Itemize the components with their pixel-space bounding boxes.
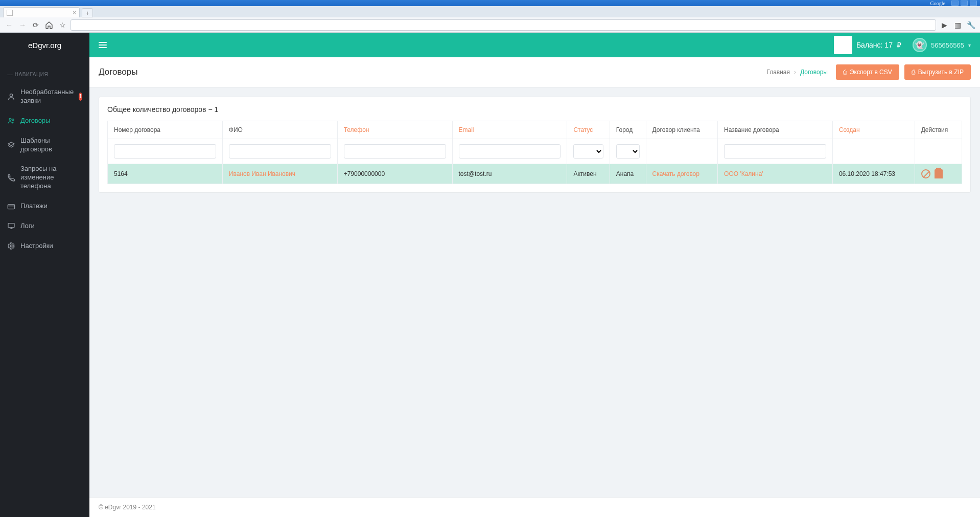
col-number[interactable]: Номер договора: [108, 121, 223, 139]
table-header-row: Номер договора ФИО Телефон Email Статус …: [108, 121, 962, 139]
svg-rect-3: [8, 205, 14, 209]
page-header: Договоры Главная › Договоры ⎙ Экспорт в …: [89, 57, 980, 87]
col-actions: Действия: [915, 121, 962, 139]
bookmark-button[interactable]: ☆: [57, 20, 67, 30]
filter-number-input[interactable]: [114, 144, 216, 159]
footer-text: © eDgvr 2019 - 2021: [99, 504, 156, 511]
filter-city-select[interactable]: [616, 144, 640, 159]
sidebar-item-settings[interactable]: Настройки: [0, 236, 89, 256]
wrench-icon[interactable]: 🔧: [966, 20, 976, 30]
cell-fio-link[interactable]: Иванов Иван Иванович: [229, 170, 295, 177]
sidebar-item-templates[interactable]: Шаблоны договоров: [0, 131, 89, 160]
cell-download-link[interactable]: Скачать договор: [652, 170, 699, 177]
svg-point-2: [12, 119, 14, 121]
window-minimize[interactable]: [951, 1, 959, 6]
chevron-down-icon: ▾: [968, 42, 971, 48]
button-label: Экспорт в CSV: [850, 69, 892, 76]
cell-created: 06.10.2020 18:47:53: [832, 164, 915, 184]
download-icon: ⎙: [843, 69, 847, 76]
balance-label: Баланс: 17: [856, 41, 893, 49]
col-client-contract[interactable]: Договор клиента: [646, 121, 717, 139]
sidebar-item-label: Запросы на изменение телефона: [20, 165, 82, 191]
download-icon: ⎙: [912, 69, 915, 76]
filter-email-input[interactable]: [459, 144, 561, 159]
forward-button[interactable]: →: [17, 20, 28, 30]
new-tab-button[interactable]: +: [82, 8, 93, 17]
cell-contractname-link[interactable]: ООО 'Калина': [724, 170, 763, 177]
filter-phone-input[interactable]: [344, 144, 446, 159]
col-city[interactable]: Город: [610, 121, 646, 139]
table-row: 5164 Иванов Иван Иванович +79000000000 t…: [108, 164, 962, 184]
sidebar-item-logs[interactable]: Логи: [0, 216, 89, 236]
browser-tabstrip: × +: [0, 6, 980, 17]
filter-contractname-input[interactable]: [724, 144, 826, 159]
export-zip-button[interactable]: ⎙ Выгрузить в ZIP: [904, 64, 971, 80]
brand-logo: eDgvr.org: [0, 33, 89, 57]
window-controls: [951, 1, 977, 6]
sidebar-item-payments[interactable]: Платежи: [0, 196, 89, 216]
menu-toggle-button[interactable]: [99, 42, 107, 48]
svg-point-5: [10, 245, 12, 247]
balance-display[interactable]: Баланс: 17 ₽: [834, 36, 901, 54]
filter-status-select[interactable]: [573, 144, 603, 159]
play-icon[interactable]: ▶: [939, 20, 949, 30]
svg-point-1: [9, 119, 11, 121]
page-icon[interactable]: ▥: [952, 20, 963, 30]
user-icon: [7, 93, 15, 101]
sidebar-item-label: Шаблоны договоров: [20, 137, 82, 154]
delete-icon[interactable]: [935, 169, 943, 178]
breadcrumb-current: Договоры: [800, 69, 828, 76]
card-icon: [7, 203, 15, 211]
nav-heading: --- НАВИГАЦИЯ: [0, 57, 89, 82]
avatar-icon: 👻: [913, 38, 927, 52]
sidebar-item-label: Договоры: [20, 117, 82, 125]
user-menu[interactable]: 👻 565656565 ▾: [913, 38, 971, 52]
chevron-right-icon: ›: [794, 69, 796, 76]
reload-button[interactable]: ⟳: [31, 20, 41, 30]
sidebar-item-label: Необработанные заявки: [20, 88, 74, 105]
sidebar-item-label: Платежи: [20, 202, 82, 211]
window-maximize[interactable]: [961, 1, 968, 6]
contracts-card: Общее количество договоров − 1 Номер дог…: [99, 97, 971, 193]
sidebar-item-contracts[interactable]: Договоры: [0, 111, 89, 131]
username-label: 565656565: [931, 41, 964, 49]
favicon-icon: [7, 10, 13, 16]
col-phone[interactable]: Телефон: [337, 121, 452, 139]
content-area: Общее количество договоров − 1 Номер дог…: [89, 87, 980, 497]
sidebar-item-phone-requests[interactable]: Запросы на изменение телефона: [0, 159, 89, 196]
col-fio[interactable]: ФИО: [222, 121, 337, 139]
svg-point-0: [10, 94, 12, 97]
browser-tab[interactable]: ×: [3, 7, 80, 17]
col-contract-name[interactable]: Название договора: [718, 121, 833, 139]
sidebar: eDgvr.org --- НАВИГАЦИЯ Необработанные з…: [0, 33, 89, 517]
filter-fio-input[interactable]: [229, 144, 331, 159]
phone-icon: [7, 174, 15, 182]
address-bar[interactable]: [71, 19, 936, 31]
export-csv-button[interactable]: ⎙ Экспорт в CSV: [836, 64, 899, 80]
layers-icon: [7, 141, 15, 149]
main-area: Баланс: 17 ₽ 👻 565656565 ▾ Договоры Глав…: [89, 33, 980, 517]
users-icon: [7, 117, 15, 125]
cell-phone: +79000000000: [337, 164, 452, 184]
breadcrumb-home[interactable]: Главная: [766, 69, 790, 76]
cancel-icon[interactable]: [921, 169, 930, 178]
sidebar-item-label: Настройки: [20, 242, 82, 251]
cell-status: Активен: [567, 164, 610, 184]
sidebar-item-requests[interactable]: Необработанные заявки 1: [0, 82, 89, 111]
col-email[interactable]: Email: [452, 121, 567, 139]
window-close[interactable]: [970, 1, 977, 6]
window-titlebar: Google: [0, 0, 980, 6]
table-filter-row: [108, 139, 962, 164]
page-title: Договоры: [99, 67, 137, 77]
col-status[interactable]: Статус: [567, 121, 610, 139]
gear-icon: [7, 242, 15, 250]
google-logo-text: Google: [930, 1, 945, 6]
button-label: Выгрузить в ZIP: [918, 69, 964, 76]
monitor-icon: [7, 222, 15, 230]
col-created[interactable]: Создан: [832, 121, 915, 139]
home-button[interactable]: [44, 20, 54, 30]
card-icon: [834, 36, 852, 54]
tab-close-icon[interactable]: ×: [73, 9, 76, 16]
back-button[interactable]: ←: [4, 20, 14, 30]
currency-symbol: ₽: [897, 41, 901, 49]
